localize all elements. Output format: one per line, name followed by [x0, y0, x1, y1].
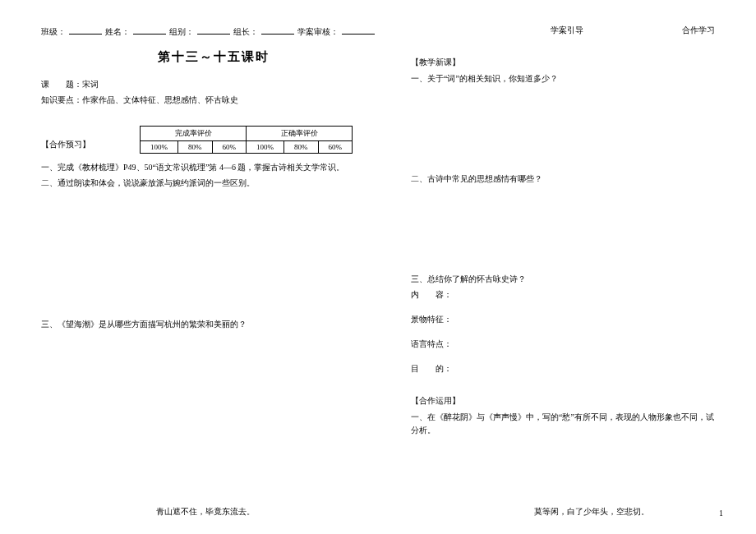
content-label: 内 容：: [411, 288, 715, 302]
table-cell: 60%: [212, 141, 247, 154]
group-blank: [197, 25, 230, 35]
left-column: 第十三～十五课时 课 题：宋词 知识要点：作家作品、文体特征、思想感情、怀古咏史…: [41, 49, 386, 440]
table-cell: 80%: [284, 141, 319, 154]
preview-head: 【合作预习】: [41, 129, 90, 150]
knowledge-value: 作家作品、文体特征、思想感情、怀古咏史: [82, 95, 238, 104]
review-label: 学案审核：: [297, 26, 339, 38]
preview-item-1: 一、完成《教材梳理》P49、50“语文常识梳理”第 4—6 题，掌握古诗相关文学…: [41, 161, 386, 174]
footer-quote-right: 莫等闲，白了少年头，空悲切。: [534, 506, 649, 518]
footer-quote-left: 青山遮不住，毕竟东流去。: [156, 506, 255, 518]
scenery-label: 景物特征：: [411, 313, 715, 326]
guide-label: 学案引导: [551, 25, 583, 36]
new-q3: 三、总结你了解的怀古咏史诗？: [411, 273, 715, 286]
name-blank: [133, 25, 166, 35]
new-q1: 一、关于“词”的相关知识，你知道多少？: [411, 72, 715, 85]
apply-q1: 一、在《醉花阴》与《声声慢》中，写的“愁”有所不同，表现的人物形象也不同，试分析…: [411, 411, 715, 437]
leader-label: 组长：: [233, 26, 258, 38]
preview-item-2: 二、通过朗读和体会，说说豪放派与婉约派词的一些区别。: [41, 177, 386, 190]
top-right-labels: 学案引导 合作学习: [551, 25, 715, 36]
class-blank: [69, 25, 102, 35]
table-cell: 100%: [247, 141, 284, 154]
page-number: 1: [719, 509, 723, 518]
purpose-label: 目 的：: [411, 362, 715, 375]
group-label: 组别：: [169, 26, 194, 38]
knowledge-label: 知识要点：: [41, 95, 82, 104]
right-column: 【教学新课】 一、关于“词”的相关知识，你知道多少？ 二、古诗中常见的思想感情有…: [411, 49, 715, 440]
topic-row: 课 题：宋词: [41, 78, 386, 91]
table-header-completion: 完成率评价: [141, 127, 247, 141]
table-cell: 100%: [141, 141, 178, 154]
topic-value: 宋词: [82, 80, 99, 89]
table-cell: 80%: [178, 141, 213, 154]
new-lesson-head: 【教学新课】: [411, 56, 715, 69]
review-blank: [342, 25, 375, 35]
new-q2: 二、古诗中常见的思想感情有哪些？: [411, 173, 715, 186]
knowledge-row: 知识要点：作家作品、文体特征、思想感情、怀古咏史: [41, 94, 386, 107]
evaluation-table: 完成率评价 正确率评价 100% 80% 60% 100% 80% 60%: [140, 126, 353, 154]
coop-label: 合作学习: [682, 25, 715, 36]
lesson-title: 第十三～十五课时: [41, 49, 386, 65]
name-label: 姓名：: [105, 26, 130, 38]
topic-label: 课 题：: [41, 80, 82, 89]
apply-head: 【合作运用】: [411, 394, 715, 407]
leader-blank: [261, 25, 294, 35]
table-cell: 60%: [318, 141, 353, 154]
table-header-accuracy: 正确率评价: [247, 127, 353, 141]
lang-label: 语言特点：: [411, 338, 715, 351]
class-label: 班级：: [41, 26, 66, 38]
preview-item-3: 三、《望海潮》是从哪些方面描写杭州的繁荣和美丽的？: [41, 318, 386, 331]
